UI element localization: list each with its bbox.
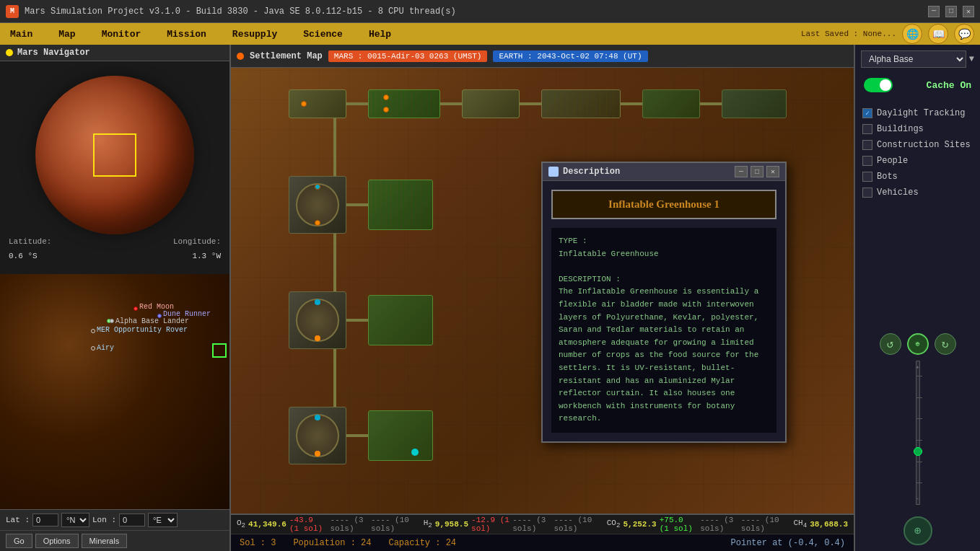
lon-direction-select[interactable]: °E°W xyxy=(148,513,178,527)
dot-2 xyxy=(383,107,389,113)
menubar-right: Last Saved : None... 🌐 📖 💬 xyxy=(801,24,974,44)
o2-sols3: ---- (3 sols) xyxy=(331,516,369,533)
map-header: Settlement Map MARS : 0015-Adir-03 0263 … xyxy=(231,45,854,68)
dome3-dot-top xyxy=(315,415,320,420)
app-title: Mars Simulation Project v3.1.0 - Build 3… xyxy=(25,6,974,17)
latitude-input[interactable] xyxy=(32,513,58,526)
building-name-display: Inflatable Greenhouse 1 xyxy=(551,190,776,219)
menu-mission[interactable]: Mission xyxy=(162,26,211,43)
sol-display: Sol : 3 xyxy=(240,538,276,548)
nav-indicator xyxy=(6,49,13,56)
daylight-tracking-checkbox[interactable]: ✓ xyxy=(862,108,872,118)
ch4-symbol: CH4 xyxy=(793,519,807,529)
dialog-maximize-button[interactable]: □ xyxy=(751,166,764,177)
building-row-1 xyxy=(289,89,787,118)
titlebar: M Mars Simulation Project v3.1.0 - Build… xyxy=(0,0,980,23)
dialog-minimize-button[interactable]: ─ xyxy=(735,166,748,177)
circular-building-1[interactable] xyxy=(289,176,346,234)
base-selector: Alpha Base ▼ xyxy=(861,50,974,68)
mars-surface-photo: Red Moon Dune Runner Alpha Base Lander M… xyxy=(0,274,229,509)
type-value: Inflatable Greenhouse xyxy=(559,250,659,258)
building-6[interactable] xyxy=(722,89,787,118)
buildings-label: Buildings xyxy=(877,124,924,134)
circular-building-2[interactable] xyxy=(289,291,346,349)
pointer-display: Pointer at (-0.4, 0.4) xyxy=(731,538,845,548)
construction-sites-checkbox[interactable] xyxy=(862,140,872,150)
go-button[interactable]: Go xyxy=(6,534,32,548)
zoom-indicator xyxy=(914,447,922,456)
lat-label-input: Lat : xyxy=(6,516,30,524)
people-checkbox[interactable] xyxy=(862,156,872,166)
building-5[interactable] xyxy=(642,89,700,118)
desc-text: The Inflatable Greenhouse is essentially… xyxy=(559,287,758,423)
circular-building-3[interactable] xyxy=(289,407,346,464)
longitude-input[interactable] xyxy=(119,513,145,526)
building-dot-1 xyxy=(301,101,307,107)
location-dot-alpha-base-lander xyxy=(110,319,114,323)
mars-globe[interactable] xyxy=(35,76,194,234)
o2-value: 41,349.6 xyxy=(248,520,286,529)
o2-sols10: ---- (10 sols) xyxy=(371,516,412,533)
mars-time-badge: MARS : 0015-Adir-03 0263 (UMST) xyxy=(328,50,488,62)
greenhouse-r3[interactable] xyxy=(368,295,433,345)
menu-help[interactable]: Help xyxy=(364,26,395,43)
cache-toggle-switch[interactable] xyxy=(864,78,893,92)
construction-sites-row[interactable]: Construction Sites xyxy=(861,137,974,153)
building-3[interactable] xyxy=(462,89,520,118)
daylight-tracking-row[interactable]: ✓ Daylight Tracking xyxy=(861,105,974,121)
center-button[interactable]: ⊕ xyxy=(907,333,929,355)
bots-checkbox[interactable] xyxy=(862,172,872,182)
rotate-left-button[interactable]: ↺ xyxy=(880,333,901,355)
zoom-max-label: + xyxy=(916,364,919,371)
vehicles-checkbox[interactable] xyxy=(862,188,872,198)
greenhouse-r2[interactable] xyxy=(368,180,433,230)
last-saved-label: Last Saved : None... xyxy=(801,30,896,38)
discord-icon-btn[interactable]: 💬 xyxy=(954,24,974,44)
greenhouse-r4[interactable] xyxy=(368,410,433,461)
map-canvas[interactable]: Description ─ □ ✕ Inflatable Greenhouse … xyxy=(231,68,854,513)
dot-1 xyxy=(383,94,389,100)
map-indicator xyxy=(237,53,244,60)
dialog-title-icon xyxy=(548,167,559,177)
base-arrow-icon: ▼ xyxy=(969,54,974,64)
globe-icon-btn[interactable]: 🌐 xyxy=(902,24,922,44)
minerals-button[interactable]: Minerals xyxy=(82,534,128,548)
rotate-right-button[interactable]: ↻ xyxy=(935,333,956,355)
menu-map[interactable]: Map xyxy=(54,26,79,43)
buildings-row[interactable]: Buildings xyxy=(861,121,974,137)
building-4[interactable] xyxy=(541,89,621,118)
menu-resupply[interactable]: Resupply xyxy=(228,26,281,43)
maximize-button[interactable]: □ xyxy=(945,6,957,17)
v-connector-3 xyxy=(333,349,336,407)
people-row[interactable]: People xyxy=(861,153,974,169)
building-greenhouse-top[interactable] xyxy=(368,89,440,118)
buildings-checkbox[interactable] xyxy=(862,124,872,134)
bots-row[interactable]: Bots xyxy=(861,169,974,185)
options-button[interactable]: Options xyxy=(35,534,79,548)
cache-label: Cache On xyxy=(927,80,971,91)
v-connector-2 xyxy=(333,234,336,291)
menu-monitor[interactable]: Monitor xyxy=(97,26,146,43)
h2-sols10: ---- (10 sols) xyxy=(554,516,595,533)
connector-3 xyxy=(520,102,541,105)
ch4-value: 38,688.3 xyxy=(810,520,848,529)
cache-toggle-row: Cache On xyxy=(861,74,974,97)
location-dot-red-moon xyxy=(134,307,138,311)
building-1[interactable] xyxy=(289,89,346,118)
minimize-button[interactable]: ─ xyxy=(928,6,940,17)
base-select-dropdown[interactable]: Alpha Base xyxy=(861,50,966,68)
mars-navigator-header: Mars Navigator xyxy=(0,45,229,61)
zoom-tick-3 xyxy=(916,418,922,419)
menu-science[interactable]: Science xyxy=(299,26,347,43)
vehicles-row[interactable]: Vehicles xyxy=(861,185,974,200)
close-button[interactable]: ✕ xyxy=(963,6,974,17)
zoom-bar[interactable]: + - xyxy=(916,361,920,505)
compass-button[interactable]: ⊕ xyxy=(904,516,932,545)
settlement-map-title: Settlement Map xyxy=(250,51,323,61)
checkmark-icon: ✓ xyxy=(865,109,870,118)
menu-main[interactable]: Main xyxy=(6,26,37,43)
dome2-dot-bottom xyxy=(315,335,320,341)
dialog-close-button[interactable]: ✕ xyxy=(766,166,779,177)
lat-direction-select[interactable]: °N°S xyxy=(61,513,89,527)
book-icon-btn[interactable]: 📖 xyxy=(928,24,948,44)
